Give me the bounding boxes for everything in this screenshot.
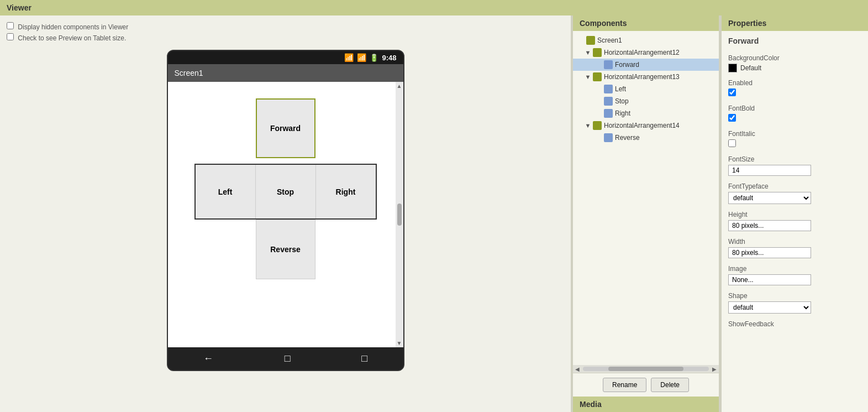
tree-item-right[interactable]: Right bbox=[573, 107, 719, 119]
phone-screen-title: Screen1 bbox=[175, 69, 203, 77]
tree-item-left[interactable]: Left bbox=[573, 83, 719, 95]
stop-button[interactable]: Stop bbox=[256, 165, 316, 218]
shape-select[interactable]: default rounded rectangular oval bbox=[728, 301, 811, 314]
preview-tablet-checkbox[interactable] bbox=[7, 33, 14, 40]
left-icon bbox=[604, 85, 613, 93]
prop-image-label: Image bbox=[728, 265, 861, 273]
scroll-thumb[interactable] bbox=[397, 204, 402, 226]
phone-content: ▲ ▼ Forward Left bbox=[168, 82, 403, 347]
toggle-screen1[interactable] bbox=[577, 36, 585, 44]
tree-item-screen1[interactable]: Screen1 bbox=[573, 34, 719, 46]
phone-scroll-bar[interactable]: ▲ ▼ bbox=[396, 82, 403, 347]
forward-button[interactable]: Forward bbox=[256, 98, 315, 158]
image-input[interactable] bbox=[728, 274, 811, 285]
h-scroll-thumb[interactable] bbox=[608, 367, 684, 371]
phone-title-bar: Screen1 bbox=[168, 64, 403, 82]
stop-label: Stop bbox=[615, 97, 629, 105]
viewer-panel: Display hidden components in Viewer Chec… bbox=[0, 15, 571, 412]
bgcolor-swatch[interactable] bbox=[728, 64, 737, 72]
prop-shape: Shape default rounded rectangular oval bbox=[722, 289, 868, 317]
home-nav-icon[interactable]: □ bbox=[285, 353, 291, 364]
properties-panel: Properties Forward BackgroundColor Defau… bbox=[722, 15, 868, 412]
prop-fontsize: FontSize bbox=[722, 152, 868, 179]
scroll-up-arrow[interactable]: ▲ bbox=[397, 83, 402, 89]
media-bar: Media bbox=[573, 397, 719, 412]
toggle-ha13[interactable]: ▼ bbox=[584, 73, 592, 81]
prop-enabled: Enabled bbox=[722, 76, 868, 101]
fonttypeface-select[interactable]: default serif sans-serif monospace bbox=[728, 192, 811, 204]
toggle-ha14[interactable]: ▼ bbox=[584, 122, 592, 129]
viewer-title: Viewer bbox=[7, 3, 31, 12]
display-hidden-checkbox[interactable] bbox=[7, 22, 14, 29]
properties-component-name: Forward bbox=[722, 31, 868, 51]
toggle-left bbox=[595, 85, 603, 93]
component-panel-footer: Rename Delete bbox=[573, 373, 719, 397]
toggle-forward bbox=[595, 61, 603, 69]
h-scroll-right[interactable]: ▶ bbox=[712, 366, 717, 372]
prop-enabled-label: Enabled bbox=[728, 79, 861, 87]
left-label: Left bbox=[615, 85, 626, 93]
components-header: Components bbox=[573, 15, 719, 31]
toggle-reverse bbox=[595, 134, 603, 142]
screen1-label: Screen1 bbox=[597, 36, 622, 44]
ha13-label: HorizontalArrangement13 bbox=[604, 73, 680, 81]
back-nav-icon[interactable]: ← bbox=[203, 353, 213, 364]
prop-height: Height bbox=[722, 207, 868, 234]
properties-header: Properties bbox=[722, 15, 868, 31]
tree-item-ha14[interactable]: ▼ HorizontalArrangement14 bbox=[573, 119, 719, 132]
prop-showfeedback: ShowFeedback bbox=[722, 317, 868, 333]
left-button[interactable]: Left bbox=[196, 165, 256, 218]
phone-nav-bar: ← □ □ bbox=[168, 347, 403, 370]
fontbold-checkbox[interactable] bbox=[728, 114, 736, 122]
prop-width-label: Width bbox=[728, 238, 861, 246]
scroll-down-arrow[interactable]: ▼ bbox=[397, 340, 402, 346]
time-display: 9:48 bbox=[382, 54, 396, 62]
battery-icon: 🔋 bbox=[370, 54, 378, 62]
rename-button[interactable]: Rename bbox=[603, 378, 646, 392]
checkbox2-label[interactable]: Check to see Preview on Tablet size. bbox=[7, 33, 564, 42]
stop-icon bbox=[604, 97, 613, 106]
phone-device: 📶 📶 🔋 9:48 Screen1 ▲ ▼ bbox=[167, 50, 404, 371]
components-panel: Components Screen1 ▼ HorizontalArrangeme… bbox=[573, 15, 719, 412]
h-scroll-track[interactable] bbox=[583, 367, 709, 371]
prop-height-label: Height bbox=[728, 211, 861, 218]
prop-fontitalic-label: FontItalic bbox=[728, 130, 861, 138]
prop-bgcolor-value[interactable]: Default bbox=[728, 64, 861, 72]
tree-item-ha13[interactable]: ▼ HorizontalArrangement13 bbox=[573, 71, 719, 83]
prop-bgcolor-label: BackgroundColor bbox=[728, 54, 861, 62]
reverse-label: Reverse bbox=[615, 134, 640, 142]
h-scroll-left[interactable]: ◀ bbox=[575, 366, 580, 372]
forward-icon bbox=[604, 60, 613, 69]
screen1-icon bbox=[586, 36, 595, 45]
toggle-stop bbox=[595, 97, 603, 105]
checkbox1-label[interactable]: Display hidden components in Viewer bbox=[7, 22, 564, 31]
reverse-button[interactable]: Reverse bbox=[256, 220, 315, 279]
fontitalic-checkbox[interactable] bbox=[728, 139, 736, 147]
prop-fontsize-label: FontSize bbox=[728, 155, 861, 163]
prop-bgcolor: BackgroundColor Default bbox=[722, 51, 868, 76]
reverse-icon bbox=[604, 133, 613, 142]
tree-item-stop[interactable]: Stop bbox=[573, 95, 719, 107]
phone-wrapper: 📶 📶 🔋 9:48 Screen1 ▲ ▼ bbox=[7, 50, 564, 371]
delete-button[interactable]: Delete bbox=[651, 378, 689, 392]
prop-image: Image bbox=[722, 262, 868, 289]
ha14-icon bbox=[593, 121, 602, 130]
right-button[interactable]: Right bbox=[316, 165, 376, 218]
height-input[interactable] bbox=[728, 220, 811, 231]
width-input[interactable] bbox=[728, 247, 811, 258]
enabled-checkbox[interactable] bbox=[728, 88, 736, 96]
tree-item-ha12[interactable]: ▼ HorizontalArrangement12 bbox=[573, 46, 719, 59]
toggle-ha12[interactable]: ▼ bbox=[584, 49, 592, 56]
prop-fontitalic: FontItalic bbox=[722, 127, 868, 152]
ha12-icon bbox=[593, 48, 602, 57]
tree-item-forward[interactable]: Forward bbox=[573, 59, 719, 71]
forward-label: Forward bbox=[615, 61, 639, 69]
h-scrollbar[interactable]: ◀ ▶ bbox=[573, 365, 719, 373]
tree-item-reverse[interactable]: Reverse bbox=[573, 132, 719, 144]
recent-nav-icon[interactable]: □ bbox=[361, 353, 367, 364]
ha13-icon bbox=[593, 72, 602, 81]
fontsize-input[interactable] bbox=[728, 165, 811, 176]
middle-row: Left Stop Right bbox=[194, 164, 377, 220]
prop-shape-label: Shape bbox=[728, 292, 861, 300]
component-tree: Screen1 ▼ HorizontalArrangement12 Forwar… bbox=[573, 31, 719, 365]
